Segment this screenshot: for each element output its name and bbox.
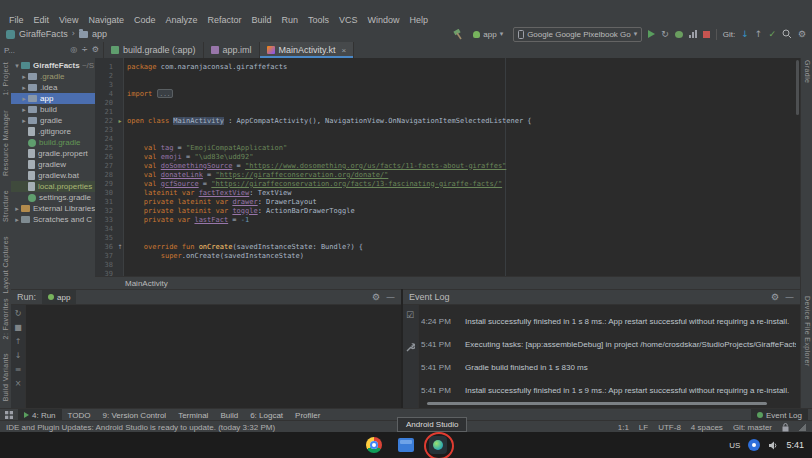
search-icon[interactable] bbox=[782, 29, 792, 39]
tree-arrow-icon[interactable]: ▾ bbox=[13, 62, 21, 70]
stop-icon[interactable]: ■ bbox=[14, 323, 22, 332]
tree-item-gradlew[interactable]: gradlew bbox=[11, 159, 95, 170]
tree-arrow-icon[interactable]: ▸ bbox=[20, 73, 28, 81]
tool-stripe-layout-captures[interactable]: Layout Captures bbox=[2, 236, 9, 293]
menu-code[interactable]: Code bbox=[129, 14, 161, 26]
files-taskbar-button[interactable] bbox=[397, 436, 415, 454]
git-commit-icon[interactable]: ✓ bbox=[768, 30, 776, 39]
tray-status-icon[interactable] bbox=[748, 439, 760, 451]
code-line[interactable]: 2 bbox=[95, 71, 794, 80]
panel-settings-icon[interactable]: ⚙ bbox=[92, 46, 99, 54]
code-line[interactable]: 21 bbox=[95, 107, 794, 116]
tree-item-local-properties[interactable]: local.properties bbox=[11, 181, 95, 192]
menu-refactor[interactable]: Refactor bbox=[202, 14, 246, 26]
editor-tab[interactable]: app.iml bbox=[204, 42, 260, 58]
scroll-up-icon[interactable]: ↑ bbox=[15, 337, 22, 346]
event-log-entry[interactable]: 5:41 PMExecuting tasks: [app:assembleDeb… bbox=[421, 340, 796, 349]
code-line[interactable]: 39 bbox=[95, 269, 794, 276]
tree-item-app[interactable]: ▸app bbox=[11, 93, 95, 104]
run-configuration-select[interactable]: app ▾ bbox=[469, 28, 507, 41]
code-line[interactable]: 23 bbox=[95, 125, 794, 134]
menu-analyze[interactable]: Analyze bbox=[160, 14, 202, 26]
code-line[interactable]: 20 bbox=[95, 98, 794, 107]
menu-build[interactable]: Build bbox=[246, 14, 276, 26]
event-log-settings-gear-icon[interactable]: ⚙ bbox=[771, 292, 779, 302]
code-line[interactable]: 3 bbox=[95, 80, 794, 89]
event-log-entry[interactable]: 5:41 PMGradle build finished in 1 s 830 … bbox=[421, 363, 796, 372]
code-line[interactable]: 37 super.onCreate(savedInstanceState) bbox=[95, 251, 794, 260]
tree-item-external-libraries[interactable]: ▸External Libraries bbox=[11, 203, 95, 214]
tree-item--gitignore[interactable]: .gitignore bbox=[11, 126, 95, 137]
tool-stripe-device-file-explorer[interactable]: Device File Explorer bbox=[804, 296, 811, 367]
tool-stripe-gradle[interactable]: Gradle bbox=[804, 60, 811, 83]
profiler-button[interactable] bbox=[689, 30, 697, 38]
project-view-dropdown[interactable]: P... bbox=[4, 46, 15, 55]
tree-item-giraffefacts[interactable]: ▾GiraffeFacts ~/S bbox=[11, 60, 95, 71]
code-line[interactable]: 33 private var lastFact = -1 bbox=[95, 215, 794, 224]
android-studio-taskbar-button[interactable] bbox=[429, 436, 447, 454]
clock[interactable]: 5:41 bbox=[786, 440, 804, 450]
clear-icon[interactable]: × bbox=[15, 379, 22, 388]
run-console-output[interactable] bbox=[26, 305, 401, 409]
status-message[interactable]: IDE and Plugin Updates: Android Studio i… bbox=[6, 423, 275, 432]
tool-stripe-structure[interactable]: Structure bbox=[2, 190, 9, 222]
event-log-minimize-icon[interactable]: — bbox=[785, 292, 794, 302]
git-update-icon[interactable]: ↓ bbox=[741, 30, 749, 39]
code-line[interactable]: 35 bbox=[95, 233, 794, 242]
scroll-down-icon[interactable]: ↓ bbox=[15, 351, 22, 360]
run-settings-gear-icon[interactable]: ⚙ bbox=[372, 292, 380, 302]
tree-arrow-icon[interactable]: ▸ bbox=[20, 84, 28, 92]
code-line[interactable]: 26 val emoji = "\ud83e\udd92" bbox=[95, 152, 794, 161]
tree-arrow-icon[interactable]: ▸ bbox=[20, 106, 28, 114]
breadcrumb-project[interactable]: GiraffeFacts bbox=[19, 29, 68, 39]
keyboard-layout-indicator[interactable]: US bbox=[729, 441, 740, 450]
status-widget-1-1[interactable]: 1:1 bbox=[618, 423, 629, 432]
code-line[interactable]: 27 val doSomethingSource = "https://www.… bbox=[95, 161, 794, 170]
menu-help[interactable]: Help bbox=[405, 14, 434, 26]
tree-item--idea[interactable]: ▸.idea bbox=[11, 82, 95, 93]
tree-arrow-icon[interactable]: ▸ bbox=[20, 95, 28, 103]
menu-vcs[interactable]: VCS bbox=[334, 14, 363, 26]
tree-item-build-gradle[interactable]: build.gradle bbox=[11, 137, 95, 148]
editor-scrollbar[interactable] bbox=[796, 60, 799, 115]
code-line[interactable]: 32 private lateinit var toggle: ActionBa… bbox=[95, 206, 794, 215]
status-widget-git-master[interactable]: Git: master bbox=[733, 423, 772, 432]
stop-button[interactable] bbox=[703, 31, 710, 38]
menu-edit[interactable]: Edit bbox=[29, 14, 55, 26]
code-line[interactable]: 31 private lateinit var drawer: DrawerLa… bbox=[95, 197, 794, 206]
menu-view[interactable]: View bbox=[54, 14, 83, 26]
device-select[interactable]: Google Google Pixelbook Go ▾ bbox=[513, 27, 642, 42]
code-line[interactable]: 38 bbox=[95, 260, 794, 269]
status-widget-4-spaces[interactable]: 4 spaces bbox=[691, 423, 723, 432]
status-widget-lf[interactable]: LF bbox=[639, 423, 648, 432]
tree-item-gradle-propert[interactable]: gradle.propert bbox=[11, 148, 95, 159]
tool-stripe-resource-manager[interactable]: Resource Manager bbox=[2, 110, 9, 176]
menu-tools[interactable]: Tools bbox=[303, 14, 334, 26]
code-line[interactable]: 30 lateinit var factTextView: TextView bbox=[95, 188, 794, 197]
event-log-entries[interactable]: 4:24 PMInstall successfully finished in … bbox=[421, 305, 796, 401]
event-log-entry[interactable]: 4:24 PMInstall successfully finished in … bbox=[421, 317, 796, 326]
menu-window[interactable]: Window bbox=[363, 14, 405, 26]
close-tab-icon[interactable]: × bbox=[341, 46, 346, 55]
collapse-all-icon[interactable]: ÷ bbox=[81, 46, 88, 54]
lock-icon[interactable] bbox=[782, 423, 789, 432]
status-widget-utf-8[interactable]: UTF-8 bbox=[658, 423, 681, 432]
code-line[interactable]: 1package com.naranjaconsal.giraffefacts bbox=[95, 62, 794, 71]
menu-file[interactable]: File bbox=[4, 14, 29, 26]
soft-wrap-icon[interactable]: ≡ bbox=[15, 365, 22, 374]
code-line[interactable]: 25 val tag = "EmojiCompatApplication" bbox=[95, 143, 794, 152]
breadcrumb-class[interactable]: MainActivity bbox=[125, 279, 168, 288]
code-line[interactable]: 34 bbox=[95, 224, 794, 233]
tool-stripe-1-project[interactable]: 1: Project bbox=[2, 62, 9, 96]
tree-arrow-icon[interactable]: ▸ bbox=[20, 117, 28, 125]
tree-item-gradle[interactable]: ▸gradle bbox=[11, 115, 95, 126]
code-line[interactable]: 22▸open class MainActivity : AppCompatAc… bbox=[95, 116, 794, 125]
code-line[interactable]: 24 bbox=[95, 134, 794, 143]
run-minimize-icon[interactable]: — bbox=[386, 292, 395, 302]
event-log-hscrollbar[interactable] bbox=[427, 402, 767, 405]
run-tab-app[interactable]: app bbox=[42, 290, 76, 304]
settings-gear-icon[interactable]: ⚙ bbox=[798, 30, 806, 39]
locate-icon[interactable]: ◎ bbox=[70, 46, 77, 54]
tool-stripe-2-favorites[interactable]: 2: Favorites bbox=[2, 298, 9, 339]
editor-tab[interactable]: build.gradle (:app) bbox=[104, 42, 204, 58]
